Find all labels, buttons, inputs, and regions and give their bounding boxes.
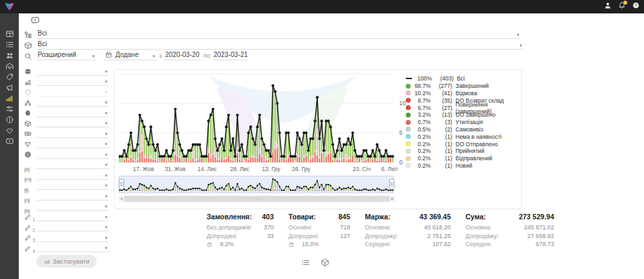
filter-select[interactable]: ▾ <box>37 68 109 76</box>
legend-item[interactable]: 0.2%(1)Новий <box>406 162 520 170</box>
stat-sub-row: Допродані:127 <box>288 232 350 241</box>
chevron-down-icon: ▾ <box>152 54 155 58</box>
filter-select[interactable]: ▾ <box>37 119 109 127</box>
legend-item[interactable]: 68.7%(277)Завершений <box>406 82 520 90</box>
stat-sub-value: 2 751.25 <box>427 232 451 241</box>
product-select[interactable]: Всі ▾ <box>37 40 523 50</box>
filter-select[interactable]: ▾ <box>37 130 109 138</box>
filter-select[interactable]: ▾ <box>37 244 109 252</box>
legend-item[interactable]: 0.2%(1)Прийнятий <box>406 148 520 155</box>
funnel-icon <box>24 141 32 148</box>
filter-row-pencil1: 1▾ <box>24 212 109 223</box>
rail-item-analytics-icon[interactable] <box>5 94 14 103</box>
braces-t-icon: {t} <box>24 182 32 190</box>
category-select[interactable]: Всі ▾ <box>37 30 521 39</box>
bell-icon[interactable] <box>618 1 626 9</box>
video-tutorial-icon[interactable] <box>29 15 42 25</box>
stat-column: Товари:845Основні:718Допродані:12715.0% <box>288 213 350 249</box>
date-to-input[interactable]: 2023-03-21 <box>213 51 249 60</box>
stat-value: 273 529.94 <box>519 213 554 221</box>
list-view-icon[interactable] <box>301 258 310 267</box>
legend-item[interactable]: 0.5%(2)Самовивіз <box>406 126 520 133</box>
scroll-right-icon[interactable]: ▸ <box>390 196 395 202</box>
filter-select[interactable]: ▾ <box>37 182 109 190</box>
stat-sub-row: Середня:678.73 <box>466 240 554 249</box>
legend-label: Самовивіз <box>455 126 483 133</box>
user-icon[interactable] <box>604 1 612 9</box>
date-from-input[interactable]: 2020-03-20 <box>164 51 201 60</box>
legend-dot-marker <box>406 156 411 161</box>
filter-select[interactable]: ▾ <box>37 172 109 180</box>
rail-item-info-icon[interactable] <box>5 115 14 124</box>
filter-select[interactable]: ▾ <box>37 203 109 211</box>
legend-percent: 0.5% <box>413 126 431 133</box>
legend-count: (1) <box>434 133 452 140</box>
search-mode-select[interactable]: Розширений ▾ <box>37 51 96 60</box>
legend-item[interactable]: 6.7%(27)Повернення (завершений) <box>406 104 520 111</box>
stat-sub-value: 8.2% <box>220 240 234 249</box>
chevron-down-icon: ▾ <box>105 204 107 209</box>
stat-sub-label: Середня: <box>365 240 391 249</box>
filter-select[interactable]: ▾ <box>37 99 109 107</box>
filter-select[interactable]: ▾ <box>37 151 109 159</box>
legend-dot-marker <box>406 84 411 89</box>
rail-item-dashboard-icon[interactable] <box>5 30 14 38</box>
legend-item[interactable]: 10.2%(41)Відмова <box>406 90 520 97</box>
legend-dot-marker <box>406 134 411 139</box>
chevron-down-icon: ▾ <box>105 152 107 157</box>
rail-item-settings-icon[interactable] <box>5 105 14 113</box>
legend-count: (1) <box>434 141 452 148</box>
navigator-handle-left[interactable] <box>119 179 124 189</box>
legend-item[interactable]: 0.7%(3)Утилізація <box>406 119 520 126</box>
stat-sub-label: Основна: <box>365 223 391 232</box>
chevron-down-icon: ▾ <box>92 54 95 58</box>
filter-select[interactable]: ▾ <box>37 140 109 148</box>
filter-select[interactable]: ▾ <box>37 109 109 117</box>
legend-item[interactable]: 0.2%(1)Нема в наявності <box>406 133 520 140</box>
stat-sub-label: Допродані: <box>207 232 237 241</box>
filter-select[interactable]: ▾ <box>37 223 109 231</box>
legend-item[interactable]: 0.2%(1)Відправлений <box>406 155 520 162</box>
brand-logo-icon[interactable] <box>3 1 15 12</box>
stat-sub-row: Допродані:33 <box>207 232 274 241</box>
filter-select[interactable]: ▾ <box>37 192 109 201</box>
help-icon[interactable]: ? <box>632 1 640 9</box>
stat-sub-row: Без допродажів:370 <box>207 223 274 232</box>
rail-item-orders-icon[interactable] <box>5 40 14 49</box>
legend-dot-marker <box>406 149 411 154</box>
scroll-left-icon[interactable]: ◂ <box>119 196 124 202</box>
category-filter[interactable]: Всі ▾ <box>24 30 521 39</box>
legend-item[interactable]: 0.2%(1)DO Отправлено <box>406 140 520 148</box>
navigator-scrollbar[interactable]: ◂ ⋯ ▸ <box>119 196 395 202</box>
legend-percent: 0.2% <box>413 148 431 154</box>
filter-select[interactable]: ▾ <box>37 213 109 221</box>
rail-item-clients-icon[interactable] <box>5 51 14 60</box>
chevron-down-icon: ▾ <box>105 69 107 74</box>
chevron-down-icon: ▾ <box>105 235 107 240</box>
legend-item[interactable]: 100%(403)Всі <box>406 75 520 82</box>
package-view-icon[interactable] <box>321 258 329 267</box>
globe2-icon <box>24 151 32 158</box>
filter-select[interactable]: ▾ <box>37 234 109 242</box>
scrollbar-thumb[interactable]: ⋯ <box>124 196 390 202</box>
rail-item-marketing-icon[interactable] <box>5 83 14 92</box>
braces-m-icon: {m} <box>24 172 32 179</box>
navigator-handle-right[interactable] <box>390 179 394 189</box>
apply-button[interactable]: Застосувати <box>36 255 97 268</box>
upsell-bag-icon <box>288 241 294 247</box>
rail-item-video-icon[interactable] <box>5 137 14 146</box>
rail-item-pricetag-icon[interactable] <box>5 72 14 81</box>
product-filter[interactable]: Всі ▾ <box>24 40 523 50</box>
main-chart: 051017. Жов31. Жов14. Лис28. Лис12. Гру2… <box>119 72 411 173</box>
filter-select[interactable]: ▾ <box>37 161 109 169</box>
rail-item-warehouse-icon[interactable] <box>5 62 14 70</box>
level-icon <box>24 78 32 86</box>
filter-select[interactable]: ▾ <box>37 78 109 86</box>
rail-item-partners-icon[interactable] <box>5 126 14 135</box>
date-field-select[interactable]: 17 Додане ▾ <box>104 51 156 60</box>
search-icon[interactable] <box>24 52 32 60</box>
filter-row-hierarchy: ▾ <box>24 98 109 109</box>
legend-count: (403) <box>435 75 453 82</box>
filter-row-pencil2: 2▾ <box>24 223 109 233</box>
chart-navigator[interactable] <box>119 176 395 194</box>
